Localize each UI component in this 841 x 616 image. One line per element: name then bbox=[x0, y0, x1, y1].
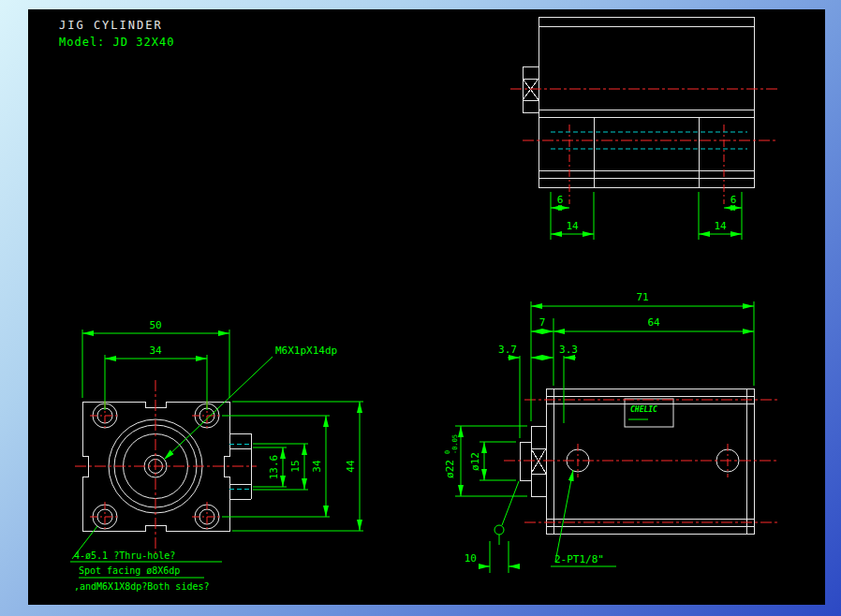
dim-13-6: 13.6 bbox=[268, 455, 280, 480]
dim-d12: ø12 bbox=[469, 452, 481, 471]
dim-6-left: 6 bbox=[557, 194, 564, 206]
dim-50: 50 bbox=[149, 319, 161, 331]
dim-34-right: 34 bbox=[311, 460, 323, 473]
dim-14-left: 14 bbox=[566, 220, 579, 232]
dim-d22: ø22 bbox=[444, 460, 456, 478]
cad-drawing-viewport[interactable]: JIG CYLINDER Model: JD 32X40 bbox=[0, 0, 841, 616]
drawing-title: JIG CYLINDER bbox=[59, 19, 163, 32]
drawing-model: Model: JD 32X40 bbox=[59, 36, 174, 49]
hole-note-line1: 4-ø5.1 ?Thru-hole? bbox=[74, 550, 175, 561]
dim-44: 44 bbox=[345, 460, 357, 473]
dim-3-7: 3.7 bbox=[498, 344, 517, 356]
dim-d22-tol-lower: -0.05 bbox=[451, 434, 459, 454]
dim-64: 64 bbox=[647, 316, 660, 329]
dim-3-3: 3.3 bbox=[559, 344, 578, 356]
dim-d22-tol-upper: 0 bbox=[444, 450, 451, 454]
dim-14-right: 14 bbox=[714, 220, 727, 232]
thread-callout: M6X1pX14dp bbox=[275, 345, 337, 357]
brand-logo: CHELIC bbox=[630, 405, 657, 414]
dim-34-top: 34 bbox=[149, 345, 162, 357]
dim-10: 10 bbox=[465, 552, 477, 565]
dim-15: 15 bbox=[289, 460, 302, 472]
hole-note-line3: ,andM6X1X8dp?Both sides? bbox=[74, 581, 210, 592]
dim-7: 7 bbox=[539, 316, 546, 329]
dim-6-right: 6 bbox=[730, 194, 737, 206]
cad-canvas[interactable] bbox=[28, 9, 825, 605]
hole-note-line2: Spot facing ø8X6dp bbox=[79, 565, 180, 576]
dim-71: 71 bbox=[636, 291, 648, 303]
port-callout: 2-PT1/8" bbox=[554, 553, 604, 565]
